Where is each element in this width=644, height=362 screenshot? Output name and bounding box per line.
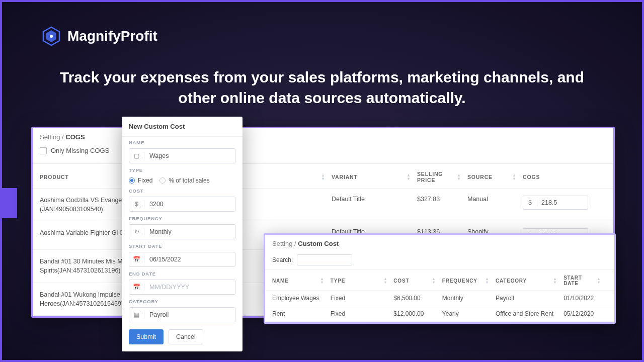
breadcrumb-current: COGS: [65, 133, 85, 141]
cc-col-cat[interactable]: CATEGORY: [496, 278, 527, 284]
cell-cat: Payroll: [496, 295, 564, 302]
label-cost: COST: [129, 188, 235, 194]
calendar-icon: 📅: [129, 284, 144, 291]
col-price[interactable]: SELLING PRICE: [417, 171, 456, 183]
cost-value: 3200: [144, 201, 235, 208]
tag-icon: ▢: [129, 152, 144, 159]
custom-cost-panel: Setting / Custom Cost Search: NAME TYPE …: [264, 233, 616, 324]
brand: MagnifyProfit: [41, 26, 157, 46]
category-value: Payroll: [144, 311, 235, 318]
new-custom-cost-form: New Custom Cost NAME ▢ Wages TYPE Fixed …: [122, 117, 243, 351]
cell-freq: Monthly: [442, 295, 496, 302]
end-date-input[interactable]: 📅 MM/DD/YYYY: [129, 280, 235, 295]
brand-logo-icon: [41, 26, 61, 46]
dollar-icon: $: [523, 199, 537, 206]
sort-icon[interactable]: [384, 277, 387, 284]
brand-name: MagnifyProfit: [67, 28, 157, 44]
name-input[interactable]: ▢ Wages: [129, 148, 235, 163]
sort-icon[interactable]: [513, 173, 516, 180]
freq-select[interactable]: ↻ Monthly: [129, 224, 235, 239]
cell-date: 05/12/2020: [564, 310, 607, 317]
cell-cat: Office and Store Rent: [496, 310, 564, 317]
end-date-placeholder: MM/DD/YYYY: [144, 284, 235, 291]
sort-icon[interactable]: [408, 173, 410, 180]
submit-button[interactable]: Submit: [129, 329, 164, 344]
cell-cost: $6,500.00: [393, 295, 442, 302]
accent-bar-left: [2, 188, 17, 218]
only-missing-label: Only Missing COGS: [51, 147, 109, 154]
breadcrumb-prefix: Setting /: [272, 240, 298, 247]
radio-fixed[interactable]: Fixed: [129, 177, 152, 184]
headline: Track your expenses from your sales plat…: [2, 67, 642, 108]
cogs-input[interactable]: $218.5: [523, 196, 588, 210]
table-row: Server Cost% of total sales$0.20MonthlyI…: [265, 321, 614, 324]
breadcrumb-current: Custom Cost: [298, 240, 339, 247]
radio-icon: [129, 177, 135, 184]
table-row: Aoshima Godzilla VS Evangelion -01 Color…: [33, 188, 613, 221]
label-type: TYPE: [129, 167, 235, 173]
custom-cost-header: NAME TYPE COST FREQUENCY CATEGORY START …: [265, 269, 614, 290]
table-row: Employee WagesFixed$6,500.00MonthlyPayro…: [265, 290, 614, 306]
sort-icon[interactable]: [433, 277, 435, 284]
breadcrumb: Setting / COGS: [33, 128, 613, 144]
category-select[interactable]: ▦ Payroll: [129, 307, 235, 322]
svg-point-2: [50, 35, 53, 38]
cancel-button[interactable]: Cancel: [169, 329, 203, 344]
cost-input[interactable]: $ 3200: [129, 197, 235, 212]
col-product[interactable]: PRODUCT: [40, 174, 69, 180]
col-cogs[interactable]: COGS: [523, 174, 540, 180]
radio-pct[interactable]: % of total sales: [159, 177, 209, 184]
label-freq: FREQUENCY: [129, 216, 235, 221]
radio-icon: [159, 177, 166, 184]
name-value: Wages: [144, 152, 235, 159]
label-name: NAME: [129, 140, 235, 145]
sort-icon[interactable]: [321, 277, 324, 284]
label-end: END DATE: [129, 271, 235, 277]
table-row: RentFixed$12,000.00YearlyOffice and Stor…: [265, 306, 614, 321]
start-date-input[interactable]: 📅 06/15/2022: [129, 252, 235, 267]
label-start: START DATE: [129, 243, 235, 249]
breadcrumb-prefix: Setting /: [40, 133, 65, 141]
refresh-icon: ↻: [129, 228, 144, 235]
sort-icon[interactable]: [598, 277, 600, 284]
cell-price: $327.83: [417, 196, 467, 214]
dollar-icon: $: [129, 201, 144, 208]
sort-icon[interactable]: [458, 173, 460, 180]
cell-name: Employee Wages: [272, 295, 331, 302]
cc-col-freq[interactable]: FREQUENCY: [442, 278, 477, 284]
cell-type: Fixed: [331, 295, 393, 302]
search-input[interactable]: [297, 254, 352, 265]
col-variant[interactable]: VARIANT: [332, 174, 358, 180]
grid-icon: ▦: [129, 311, 144, 318]
sort-icon[interactable]: [554, 277, 556, 284]
cc-col-date[interactable]: START DATE: [564, 275, 596, 286]
col-source[interactable]: SOURCE: [467, 174, 493, 180]
cogs-table-header: PRODUCT VARIANT SELLING PRICE SOURCE COG…: [33, 163, 613, 188]
cell-freq: Yearly: [442, 310, 496, 317]
cc-col-name[interactable]: NAME: [272, 278, 289, 284]
cc-col-type[interactable]: TYPE: [331, 278, 345, 284]
sort-icon[interactable]: [486, 277, 489, 284]
breadcrumb: Setting / Custom Cost: [265, 235, 614, 250]
sort-icon[interactable]: [322, 173, 325, 180]
cell-date: 01/10/2022: [564, 295, 607, 302]
freq-value: Monthly: [144, 228, 235, 235]
cell-source: Manual: [467, 196, 523, 214]
cc-col-cost[interactable]: COST: [393, 278, 409, 284]
cell-cost: $12,000.00: [393, 310, 442, 317]
calendar-icon: 📅: [129, 256, 144, 263]
label-cat: CATEGORY: [129, 299, 235, 304]
checkbox-icon: [40, 147, 47, 154]
start-date-value: 06/15/2022: [144, 256, 235, 263]
cell-type: Fixed: [331, 310, 393, 317]
cell-variant: Default Title: [332, 196, 417, 214]
search-label: Search:: [272, 256, 293, 263]
form-title: New Custom Cost: [122, 117, 243, 137]
cell-name: Rent: [272, 310, 331, 317]
